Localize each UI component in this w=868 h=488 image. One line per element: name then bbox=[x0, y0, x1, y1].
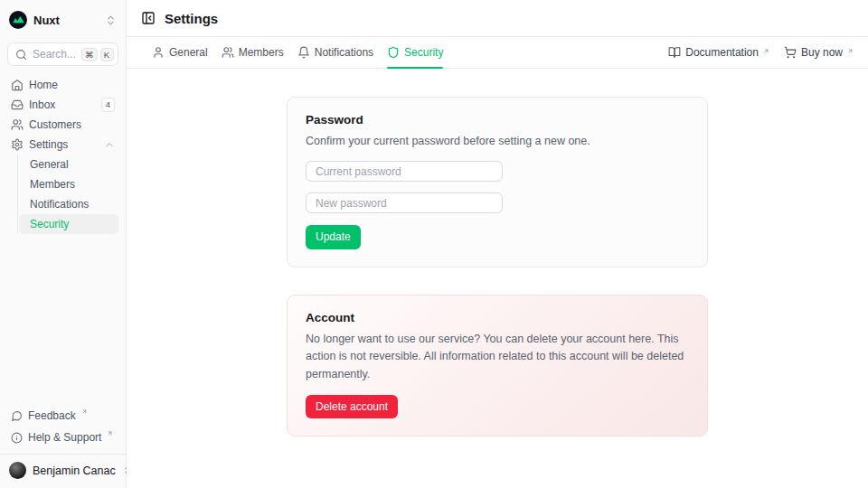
team-name: Nuxt bbox=[33, 14, 60, 27]
sidebar-item-label: Inbox bbox=[29, 99, 55, 111]
shield-icon bbox=[387, 46, 400, 59]
kbd-k: K bbox=[100, 48, 114, 61]
sidebar-nav: Home Inbox 4 Customers Settings General … bbox=[7, 75, 118, 234]
chat-bubble-icon bbox=[11, 410, 23, 422]
tab-general[interactable]: General bbox=[152, 37, 208, 68]
tab-label: Notifications bbox=[315, 46, 373, 59]
footer-link-label: Feedback bbox=[28, 409, 76, 422]
search-kbd-shortcuts: ⌘ K bbox=[81, 48, 114, 61]
external-link-icon bbox=[81, 408, 88, 415]
external-link-icon bbox=[847, 48, 854, 54]
sidebar-subitem-label: Security bbox=[30, 218, 69, 230]
chevron-up-down-icon bbox=[105, 14, 117, 26]
documentation-link[interactable]: Documentation bbox=[668, 46, 769, 59]
footer-link-label: Help & Support bbox=[28, 431, 101, 444]
header-actions: Documentation Buy now bbox=[668, 46, 854, 59]
search-placeholder: Search... bbox=[33, 48, 76, 61]
sidebar-subitem-label: General bbox=[30, 158, 69, 171]
update-password-button[interactable]: Update bbox=[306, 225, 361, 249]
sidebar-item-label: Customers bbox=[29, 118, 81, 131]
account-card: Account No longer want to use our servic… bbox=[287, 295, 708, 437]
inbox-count-badge: 4 bbox=[101, 98, 115, 112]
password-card-description: Confirm your current password before set… bbox=[306, 133, 689, 150]
delete-account-button[interactable]: Delete account bbox=[306, 395, 398, 418]
password-card: Password Confirm your current password b… bbox=[287, 97, 708, 267]
tab-label: Security bbox=[404, 46, 443, 59]
sidebar: Nuxt Search... ⌘ K Home Inbox 4 Customer… bbox=[0, 0, 127, 488]
external-link-icon bbox=[107, 430, 113, 436]
user-icon bbox=[152, 46, 165, 59]
buy-now-link[interactable]: Buy now bbox=[784, 46, 854, 59]
settings-subnav: General Members Notifications Security bbox=[17, 155, 118, 234]
search-input[interactable]: Search... ⌘ K bbox=[7, 42, 118, 66]
sidebar-subitem-notifications[interactable]: Notifications bbox=[19, 194, 118, 214]
sidebar-subitem-security[interactable]: Security bbox=[19, 214, 118, 234]
action-link-label: Buy now bbox=[801, 46, 843, 59]
bell-icon bbox=[297, 46, 310, 59]
account-card-title: Account bbox=[306, 311, 689, 324]
current-password-field[interactable] bbox=[306, 161, 503, 182]
tab-notifications[interactable]: Notifications bbox=[297, 37, 373, 68]
password-card-title: Password bbox=[306, 113, 689, 127]
action-link-label: Documentation bbox=[685, 46, 759, 59]
shopping-cart-icon bbox=[784, 46, 797, 59]
tabs: General Members Notifications Security bbox=[152, 37, 443, 68]
team-switcher[interactable]: Nuxt bbox=[7, 9, 118, 31]
main-area: Settings General Members Notifications S… bbox=[127, 0, 868, 488]
info-circle-icon bbox=[11, 432, 23, 444]
sidebar-item-label: Settings bbox=[29, 138, 68, 151]
home-icon bbox=[11, 79, 24, 91]
sidebar-footer-links: Feedback Help & Support bbox=[7, 407, 118, 454]
help-support-link[interactable]: Help & Support bbox=[7, 428, 118, 446]
feedback-link[interactable]: Feedback bbox=[7, 407, 118, 425]
page-header: Settings bbox=[127, 0, 868, 37]
tab-label: Members bbox=[239, 46, 284, 59]
user-menu[interactable]: Benjamin Canac bbox=[0, 454, 126, 479]
new-password-field[interactable] bbox=[306, 192, 503, 213]
sidebar-subitem-general[interactable]: General bbox=[19, 155, 118, 174]
tab-members[interactable]: Members bbox=[222, 37, 284, 68]
users-icon bbox=[11, 118, 24, 131]
book-open-icon bbox=[668, 46, 681, 59]
account-card-description: No longer want to use our service? You c… bbox=[306, 331, 689, 383]
users-icon bbox=[222, 46, 234, 59]
sidebar-spacer bbox=[7, 234, 118, 407]
search-icon bbox=[15, 49, 27, 61]
tab-label: General bbox=[169, 46, 208, 59]
settings-security-content: Password Confirm your current password b… bbox=[127, 69, 868, 488]
sidebar-toggle-icon[interactable] bbox=[141, 11, 156, 25]
sidebar-subitem-members[interactable]: Members bbox=[19, 174, 118, 194]
external-link-icon bbox=[763, 48, 769, 54]
sidebar-item-home[interactable]: Home bbox=[7, 75, 118, 95]
sidebar-item-label: Home bbox=[29, 79, 58, 91]
sidebar-subitem-label: Notifications bbox=[30, 198, 89, 211]
tab-bar: General Members Notifications Security D… bbox=[127, 37, 868, 69]
page-title: Settings bbox=[165, 11, 218, 26]
user-name: Benjamin Canac bbox=[33, 465, 116, 477]
chevron-up-icon bbox=[104, 139, 115, 150]
kbd-meta: ⌘ bbox=[81, 48, 98, 61]
inbox-icon bbox=[11, 99, 24, 111]
sidebar-subitem-label: Members bbox=[30, 178, 75, 191]
nuxt-logo-icon bbox=[9, 11, 27, 29]
avatar bbox=[9, 462, 26, 479]
sidebar-item-settings[interactable]: Settings bbox=[7, 135, 118, 155]
tab-security[interactable]: Security bbox=[387, 37, 443, 68]
sidebar-item-customers[interactable]: Customers bbox=[7, 115, 118, 135]
gear-icon bbox=[11, 138, 24, 151]
sidebar-item-inbox[interactable]: Inbox 4 bbox=[7, 95, 118, 115]
